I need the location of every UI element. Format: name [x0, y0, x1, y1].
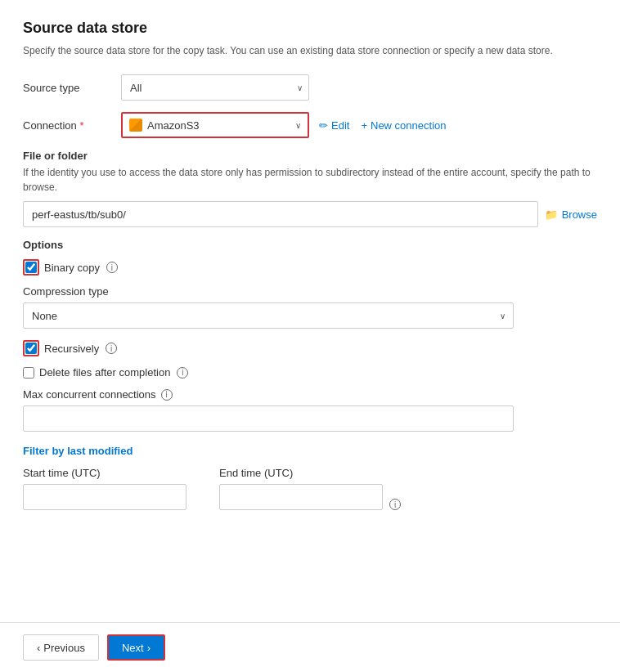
plus-icon: + — [361, 119, 367, 132]
file-folder-description: If the identity you use to access the da… — [23, 165, 597, 195]
start-time-input[interactable] — [23, 484, 186, 510]
page-description: Specify the source data store for the co… — [23, 43, 597, 58]
binary-copy-checkbox[interactable] — [25, 262, 37, 273]
recursively-label: Recursively — [44, 343, 99, 355]
amazons3-icon — [129, 119, 142, 132]
end-time-label: End time (UTC) — [219, 467, 401, 479]
connection-selector[interactable]: AmazonS3 ∨ — [121, 112, 309, 138]
max-concurrent-label: Max concurrent connections — [23, 388, 156, 401]
compression-select-wrapper: None ∨ — [23, 302, 514, 329]
time-row: Start time (UTC) End time (UTC) i — [23, 467, 597, 510]
end-time-input[interactable] — [219, 484, 383, 510]
options-label: Options — [23, 239, 597, 251]
filter-title: Filter by last modified — [23, 445, 597, 457]
file-path-input[interactable] — [23, 201, 538, 227]
connection-row: Connection AmazonS3 ∨ ✏ Edit + New conne… — [23, 112, 597, 138]
binary-copy-label: Binary copy — [44, 262, 100, 274]
source-type-select[interactable]: All — [121, 74, 309, 101]
connection-label: Connection — [23, 119, 121, 132]
folder-icon: 📁 — [545, 208, 558, 221]
footer: ‹ Previous Next › — [0, 622, 620, 672]
page-title: Source data store — [23, 20, 597, 37]
max-concurrent-info-icon: i — [161, 389, 173, 401]
source-type-label: Source type — [23, 82, 121, 94]
delete-files-info-icon: i — [177, 367, 188, 379]
start-time-label: Start time (UTC) — [23, 467, 186, 479]
delete-files-label: Delete files after completion — [39, 366, 170, 379]
connection-value-text: AmazonS3 — [147, 119, 200, 132]
source-type-row: Source type All ∨ — [23, 74, 597, 101]
connection-chevron-icon: ∨ — [295, 121, 301, 130]
delete-files-checkbox[interactable] — [23, 367, 34, 379]
next-chevron-icon: › — [147, 642, 151, 654]
new-connection-link[interactable]: + New connection — [361, 119, 446, 132]
max-concurrent-section: Max concurrent connections i — [23, 388, 597, 432]
file-folder-row: 📁 Browse — [23, 201, 597, 227]
edit-icon: ✏ — [319, 119, 328, 132]
source-type-select-wrapper: All ∨ — [121, 74, 309, 101]
file-folder-section: File or folder If the identity you use t… — [23, 150, 597, 227]
compression-type-label: Compression type — [23, 285, 597, 298]
max-concurrent-label-row: Max concurrent connections i — [23, 388, 597, 401]
edit-connection-link[interactable]: ✏ Edit — [319, 119, 349, 132]
binary-copy-checkbox-outline — [23, 259, 39, 276]
binary-copy-row: Binary copy i — [23, 259, 597, 276]
connection-actions: ✏ Edit + New connection — [319, 119, 447, 132]
max-concurrent-input[interactable] — [23, 405, 514, 432]
options-section: Options Binary copy i — [23, 239, 597, 276]
recursively-checkbox-outline — [23, 340, 39, 356]
recursively-checkbox[interactable] — [25, 343, 37, 354]
end-time-col: End time (UTC) i — [219, 467, 401, 510]
next-button[interactable]: Next › — [107, 634, 165, 661]
filter-section: Filter by last modified Start time (UTC)… — [23, 445, 597, 510]
previous-chevron-icon: ‹ — [37, 642, 40, 654]
recursively-row: Recursively i — [23, 340, 597, 356]
file-folder-label: File or folder — [23, 150, 597, 162]
compression-type-select[interactable]: None — [23, 302, 514, 329]
delete-files-row: Delete files after completion i — [23, 366, 597, 379]
end-time-info-icon: i — [389, 499, 401, 510]
previous-button[interactable]: ‹ Previous — [23, 634, 99, 661]
start-time-col: Start time (UTC) — [23, 467, 186, 510]
binary-copy-info-icon: i — [106, 262, 118, 273]
compression-section: Compression type None ∨ — [23, 285, 597, 329]
recursively-info-icon: i — [106, 343, 117, 354]
browse-button[interactable]: 📁 Browse — [545, 208, 597, 221]
